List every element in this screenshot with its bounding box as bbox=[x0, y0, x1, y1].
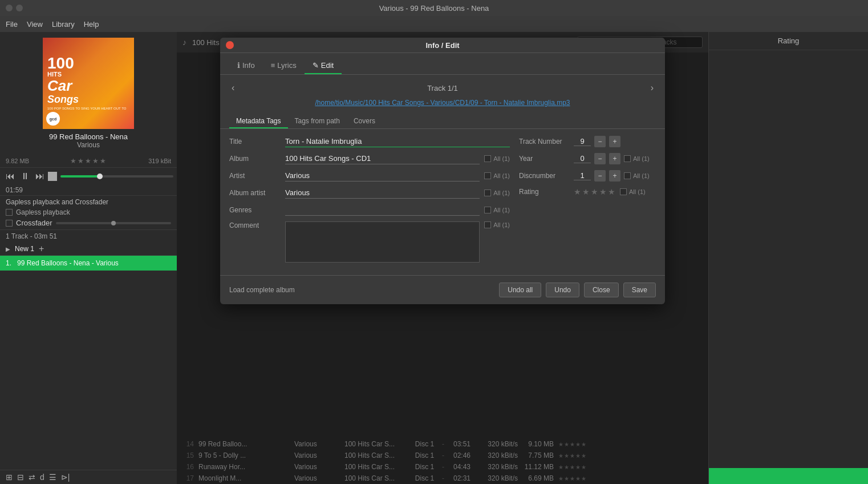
crossfader-row: Crossfader bbox=[6, 219, 171, 227]
tab-edit[interactable]: ✎ Edit bbox=[305, 58, 342, 74]
year-increase[interactable]: + bbox=[609, 153, 620, 164]
title-input[interactable] bbox=[285, 136, 510, 147]
gapless-cb[interactable] bbox=[6, 209, 13, 216]
right-spacer bbox=[709, 50, 868, 468]
close-btn[interactable] bbox=[6, 5, 13, 11]
artist-all-cb[interactable] bbox=[484, 172, 491, 179]
meta-tab-path[interactable]: Tags from path bbox=[288, 115, 347, 128]
album-all-cb[interactable] bbox=[484, 155, 491, 162]
modal-bottom: Load complete album Undo all Undo Close … bbox=[220, 275, 665, 304]
playlist-add-button[interactable]: + bbox=[39, 244, 44, 254]
album-art-section: 100 HITS Car Songs 100 POP SONGS TO SING… bbox=[0, 32, 177, 155]
sidebar-bottom: ⊞ ⊟ ⇄ d ☰ ⊳| bbox=[0, 470, 177, 484]
track-number-decrease[interactable]: − bbox=[594, 136, 606, 147]
gapless-title: Gapless playback and Crossfader bbox=[6, 198, 171, 206]
year-all-cb[interactable] bbox=[624, 155, 631, 162]
genres-all-checkbox: All (1) bbox=[484, 207, 510, 213]
skip-icon[interactable]: ⊳| bbox=[61, 473, 70, 482]
scrobble-icon[interactable]: d bbox=[40, 473, 44, 482]
menu-file[interactable]: File bbox=[6, 20, 18, 29]
playlist-item-num: 1. bbox=[6, 259, 14, 267]
menu-view[interactable]: View bbox=[27, 20, 43, 29]
form-area: Title Album All (1) bbox=[220, 129, 665, 275]
load-complete-album-button[interactable]: Load complete album bbox=[229, 286, 295, 294]
next-button[interactable]: ⏭ bbox=[33, 170, 47, 183]
discnumber-input[interactable] bbox=[574, 171, 591, 180]
file-path[interactable]: /home/tio/Music/100 Hits Car Songs - Var… bbox=[220, 99, 665, 112]
undo-button[interactable]: Undo bbox=[546, 283, 579, 297]
lyrics-icon: ≡ bbox=[271, 61, 275, 70]
minimize-btn[interactable] bbox=[16, 5, 23, 11]
sidebar-btn-2[interactable]: ⊟ bbox=[17, 473, 24, 482]
crossfader-label: Crossfader bbox=[16, 219, 52, 227]
discnumber-all-cb[interactable] bbox=[624, 172, 631, 179]
album-artist-all-cb[interactable] bbox=[484, 189, 491, 196]
year-all-label: All (1) bbox=[633, 155, 650, 162]
tab-lyrics[interactable]: ≡ Lyrics bbox=[263, 58, 305, 74]
track-number-increase[interactable]: + bbox=[609, 136, 620, 147]
album-artist-input[interactable] bbox=[285, 187, 480, 199]
time-display: 01:59 bbox=[0, 185, 177, 195]
year-decrease[interactable]: − bbox=[594, 153, 606, 164]
undo-all-button[interactable]: Undo all bbox=[499, 283, 541, 297]
sidebar-btn-1[interactable]: ⊞ bbox=[6, 473, 13, 482]
rating-all-cb[interactable] bbox=[620, 188, 627, 195]
rating-stars: ★★★★★ bbox=[70, 157, 107, 165]
play-button[interactable]: ⏸ bbox=[18, 170, 32, 183]
window-controls bbox=[6, 5, 23, 11]
crossfader-cb[interactable] bbox=[6, 220, 13, 227]
genres-input[interactable] bbox=[285, 204, 480, 216]
artist-row: Artist All (1) bbox=[229, 170, 510, 182]
meta-tab-covers[interactable]: Covers bbox=[347, 115, 382, 128]
comment-input[interactable] bbox=[285, 221, 480, 263]
prev-track-arrow[interactable]: ‹ bbox=[229, 80, 237, 95]
prev-button[interactable]: ⏮ bbox=[3, 170, 17, 183]
album-artist-label: Album artist bbox=[229, 189, 281, 197]
playlist-track-count: 1 Track - 03m 51 bbox=[0, 230, 177, 243]
playlist-tab-new1[interactable]: New 1 bbox=[13, 244, 36, 254]
form-right-column: Track Number − + Year − + bbox=[519, 136, 656, 268]
genres-all-cb[interactable] bbox=[484, 207, 491, 213]
tab-info[interactable]: ℹ Info bbox=[229, 58, 263, 74]
year-label: Year bbox=[519, 155, 570, 163]
close-button[interactable]: Close bbox=[584, 283, 619, 297]
next-track-arrow[interactable]: › bbox=[648, 80, 656, 95]
menu-library[interactable]: Library bbox=[52, 20, 75, 29]
menu-bar: File View Library Help bbox=[0, 16, 868, 32]
genres-row: Genres All (1) bbox=[229, 204, 510, 216]
save-button[interactable]: Save bbox=[623, 283, 656, 297]
year-all-checkbox: All (1) bbox=[624, 155, 650, 162]
discnumber-label: Discnumber bbox=[519, 172, 570, 180]
artist-all-label: All (1) bbox=[493, 172, 510, 179]
menu-help[interactable]: Help bbox=[84, 20, 99, 29]
discnumber-increase[interactable]: + bbox=[609, 170, 620, 182]
stop-button[interactable] bbox=[48, 172, 57, 181]
album-input[interactable] bbox=[285, 153, 480, 164]
album-artist-row: Album artist All (1) bbox=[229, 187, 510, 199]
discnumber-decrease[interactable]: − bbox=[594, 170, 606, 182]
rating-stars-input[interactable]: ★★★★★ bbox=[574, 187, 616, 196]
meta-tab-metadata[interactable]: Metadata Tags bbox=[229, 115, 288, 128]
album-artist-all-checkbox: All (1) bbox=[484, 189, 510, 196]
seek-handle bbox=[97, 174, 103, 179]
modal-close-button[interactable] bbox=[226, 41, 234, 49]
play-icon: ▶ bbox=[6, 246, 10, 252]
rating-row: Rating ★★★★★ All (1) bbox=[519, 187, 656, 196]
track-info: 99 Red Balloons - Nena Various bbox=[49, 132, 128, 149]
shuffle-icon[interactable]: ⇄ bbox=[29, 473, 35, 482]
album-label: Album bbox=[229, 155, 281, 163]
crossfader-slider[interactable] bbox=[56, 222, 171, 224]
album-all-checkbox: All (1) bbox=[484, 155, 510, 162]
transport-controls: ⏮ ⏸ ⏭ bbox=[0, 167, 177, 185]
list-icon[interactable]: ☰ bbox=[49, 473, 56, 482]
artist-input[interactable] bbox=[285, 170, 480, 182]
title-bar: Various - 99 Red Balloons - Nena bbox=[0, 0, 868, 16]
rating-all-label: All (1) bbox=[629, 188, 646, 195]
track-number-input[interactable] bbox=[574, 137, 591, 146]
right-panel: Rating bbox=[708, 32, 868, 484]
comment-all-cb[interactable] bbox=[484, 221, 491, 228]
seek-bar[interactable] bbox=[60, 175, 173, 178]
gapless-label: Gapless playback bbox=[16, 208, 70, 216]
year-input[interactable] bbox=[574, 154, 591, 163]
playlist-item-1[interactable]: 1. 99 Red Balloons - Nena - Various bbox=[0, 256, 177, 271]
